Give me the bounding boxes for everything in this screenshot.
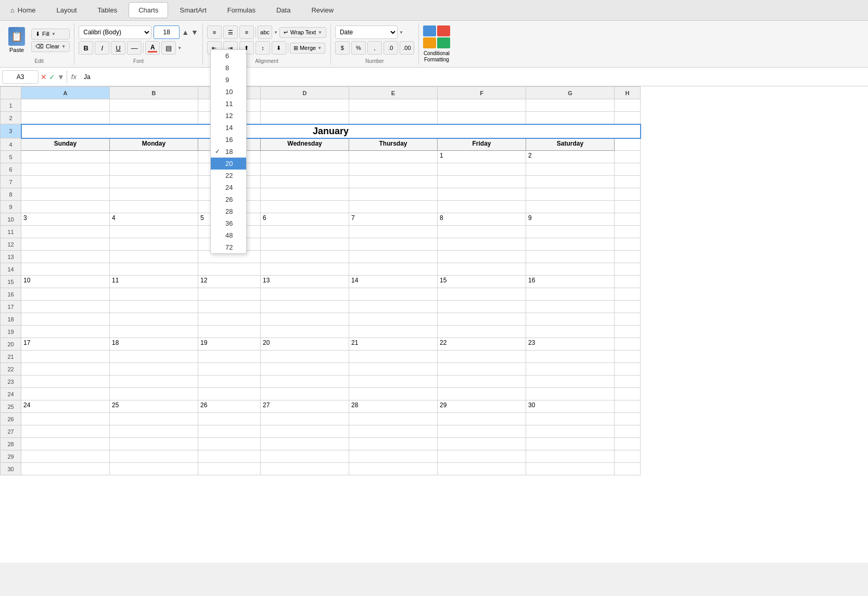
- cell[interactable]: [438, 226, 526, 238]
- cell[interactable]: [438, 450, 526, 463]
- row-header-30[interactable]: 30: [1, 463, 21, 475]
- currency-button[interactable]: $: [335, 41, 350, 55]
- cell[interactable]: [526, 388, 615, 400]
- cell[interactable]: [21, 226, 110, 238]
- cell[interactable]: [615, 112, 641, 124]
- clear-button[interactable]: ⌫ Clear ▼: [31, 41, 70, 52]
- cell[interactable]: [110, 313, 198, 326]
- cell[interactable]: [110, 438, 198, 450]
- highlight-button[interactable]: ▤: [161, 41, 176, 55]
- cell[interactable]: [21, 413, 110, 425]
- day-header-cell[interactable]: Monday: [110, 138, 198, 151]
- cell[interactable]: [526, 313, 615, 326]
- cell[interactable]: 18: [110, 338, 198, 351]
- font-size-option-24[interactable]: 24: [211, 182, 246, 193]
- cell[interactable]: [110, 413, 198, 425]
- cell[interactable]: [349, 425, 438, 438]
- cell[interactable]: [198, 388, 261, 400]
- cell[interactable]: [526, 463, 615, 475]
- cell[interactable]: [261, 388, 349, 400]
- cell[interactable]: [438, 163, 526, 176]
- cell[interactable]: [349, 226, 438, 238]
- cell[interactable]: 22: [438, 338, 526, 351]
- cell[interactable]: [526, 188, 615, 201]
- col-header-g[interactable]: G: [526, 87, 615, 99]
- cell[interactable]: [198, 313, 261, 326]
- cell[interactable]: [21, 163, 110, 176]
- cell[interactable]: 20: [261, 338, 349, 351]
- col-header-h[interactable]: H: [615, 87, 641, 99]
- cell[interactable]: [261, 188, 349, 201]
- cell[interactable]: [526, 263, 615, 276]
- cell[interactable]: 27: [261, 400, 349, 413]
- cell[interactable]: [349, 326, 438, 338]
- cell[interactable]: [615, 326, 641, 338]
- cell[interactable]: 26: [198, 400, 261, 413]
- cell[interactable]: [110, 99, 198, 112]
- cell[interactable]: [438, 238, 526, 251]
- cell[interactable]: [349, 176, 438, 188]
- cell[interactable]: [198, 326, 261, 338]
- cell[interactable]: [198, 463, 261, 475]
- cell[interactable]: [349, 351, 438, 363]
- cell[interactable]: [110, 112, 198, 124]
- cell[interactable]: [526, 176, 615, 188]
- confirm-formula-icon[interactable]: ✓: [49, 73, 55, 81]
- cell[interactable]: [526, 99, 615, 112]
- row-header-13[interactable]: 13: [1, 251, 21, 263]
- cell[interactable]: [526, 326, 615, 338]
- number-format-select[interactable]: Date: [335, 25, 398, 39]
- cell[interactable]: [349, 450, 438, 463]
- cell[interactable]: [198, 288, 261, 301]
- cell[interactable]: [615, 388, 641, 400]
- cell[interactable]: [21, 301, 110, 313]
- font-size-down-icon[interactable]: ▼: [191, 28, 198, 36]
- row-header-23[interactable]: 23: [1, 375, 21, 388]
- cell[interactable]: 4: [110, 213, 198, 226]
- menu-smartart[interactable]: SmartArt: [170, 2, 215, 18]
- cell[interactable]: [21, 425, 110, 438]
- cell[interactable]: [349, 301, 438, 313]
- cell[interactable]: [615, 151, 641, 163]
- cell[interactable]: 14: [349, 276, 438, 288]
- cell[interactable]: [438, 188, 526, 201]
- cell[interactable]: [615, 413, 641, 425]
- menu-formulas[interactable]: Formulas: [218, 2, 265, 18]
- cell[interactable]: [261, 201, 349, 213]
- cell[interactable]: [21, 438, 110, 450]
- merge-button[interactable]: ⊞ Merge ▼: [290, 43, 325, 54]
- cell[interactable]: [21, 463, 110, 475]
- row-header-1[interactable]: 1: [1, 99, 21, 112]
- cell[interactable]: [526, 375, 615, 388]
- cell[interactable]: [615, 375, 641, 388]
- cell[interactable]: [349, 375, 438, 388]
- cell[interactable]: [526, 163, 615, 176]
- row-header-29[interactable]: 29: [1, 450, 21, 463]
- cell[interactable]: [526, 425, 615, 438]
- cell[interactable]: [110, 326, 198, 338]
- percent-button[interactable]: %: [351, 41, 366, 55]
- cell[interactable]: 10: [21, 276, 110, 288]
- row-header-18[interactable]: 18: [1, 313, 21, 326]
- cell[interactable]: [261, 151, 349, 163]
- menu-home[interactable]: ⌂ Home: [1, 2, 45, 18]
- font-size-option-14[interactable]: 14: [211, 122, 246, 134]
- cell[interactable]: [110, 151, 198, 163]
- cell[interactable]: [438, 201, 526, 213]
- cell[interactable]: [615, 263, 641, 276]
- cell[interactable]: [438, 425, 526, 438]
- cell[interactable]: [438, 301, 526, 313]
- col-header-b[interactable]: B: [110, 87, 198, 99]
- cell[interactable]: [261, 413, 349, 425]
- font-size-option-11[interactable]: 11: [211, 98, 246, 110]
- font-size-up-icon[interactable]: ▲: [182, 28, 189, 36]
- cell[interactable]: 2: [526, 151, 615, 163]
- cell[interactable]: [438, 288, 526, 301]
- cell[interactable]: [21, 375, 110, 388]
- cell[interactable]: 24: [21, 400, 110, 413]
- menu-data[interactable]: Data: [267, 2, 300, 18]
- font-size-option-6[interactable]: 6: [211, 50, 246, 62]
- cell[interactable]: [261, 326, 349, 338]
- cell[interactable]: [438, 413, 526, 425]
- cell[interactable]: [198, 263, 261, 276]
